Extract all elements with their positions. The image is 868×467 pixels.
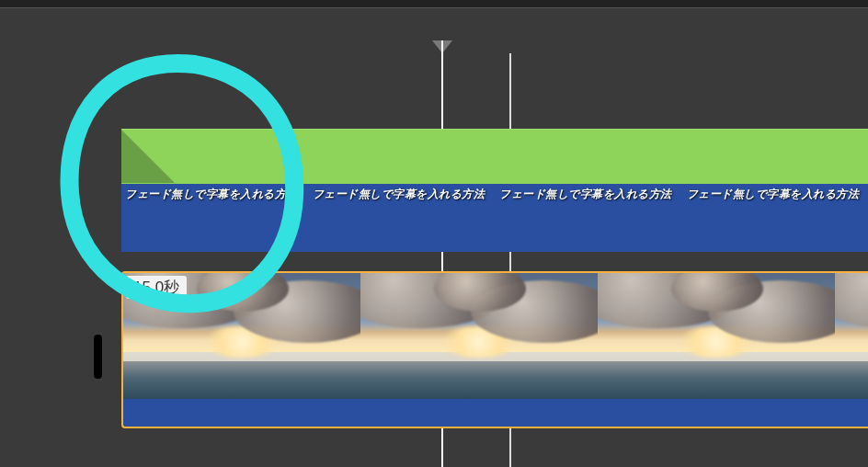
clip-duration-badge: 15.0秒	[126, 276, 187, 299]
video-thumbnail	[598, 273, 835, 399]
video-thumbnail-row	[123, 273, 868, 399]
title-clip-label: フェード無しで字幕を入れる方法	[499, 188, 687, 200]
title-clip-label: フェード無しで字幕を入れる方法	[313, 188, 500, 200]
video-thumbnail	[360, 273, 598, 399]
fade-in-handle[interactable]	[121, 130, 175, 183]
title-clip-label: フェード無しで字幕を入れる方法	[687, 188, 869, 200]
timeline-zoom-handle[interactable]	[94, 335, 102, 379]
toolbar-strip	[0, 0, 868, 8]
title-clip-text-strip[interactable]: フェード無しで字幕を入れる方法フェード無しで字幕を入れる方法フェード無しで字幕を…	[121, 184, 868, 252]
title-clip-label: フェード無しで字幕を入れる方法	[125, 188, 313, 200]
video-clip[interactable]: 15.0秒	[121, 271, 868, 428]
title-clip-label-row: フェード無しで字幕を入れる方法フェード無しで字幕を入れる方法フェード無しで字幕を…	[125, 187, 868, 202]
playhead-marker[interactable]	[432, 40, 452, 53]
svg-marker-0	[432, 40, 452, 53]
title-clip-bar[interactable]	[121, 129, 868, 186]
video-thumbnail	[835, 273, 868, 399]
